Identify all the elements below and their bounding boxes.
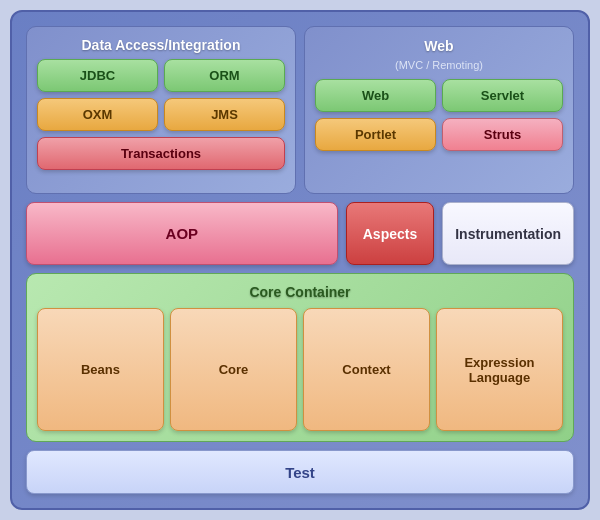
servlet-chip: Servlet — [442, 79, 563, 112]
aspects-chip: Aspects — [346, 202, 434, 265]
aop-row: AOP Aspects Instrumentation — [26, 202, 574, 265]
core-container-box: Core Container Beans Core Context Expres… — [26, 273, 574, 442]
web-box: Web (MVC / Remoting) Web Servlet Portlet… — [304, 26, 574, 194]
main-frame: Data Access/Integration JDBC ORM OXM JMS… — [10, 10, 590, 510]
orm-chip: ORM — [164, 59, 285, 92]
aop-chip: AOP — [26, 202, 338, 265]
data-access-grid: JDBC ORM OXM JMS Transactions — [37, 59, 285, 170]
core-container-title: Core Container — [37, 284, 563, 300]
jdbc-chip: JDBC — [37, 59, 158, 92]
context-chip: Context — [303, 308, 430, 431]
jms-chip: JMS — [164, 98, 285, 131]
web-title-block: Web (MVC / Remoting) — [315, 37, 563, 73]
data-access-title: Data Access/Integration — [37, 37, 285, 53]
instrumentation-chip: Instrumentation — [442, 202, 574, 265]
expression-language-chip: Expression Language — [436, 308, 563, 431]
web-chip: Web — [315, 79, 436, 112]
portlet-chip: Portlet — [315, 118, 436, 151]
web-title: Web — [424, 38, 453, 54]
web-grid: Web Servlet Portlet Struts — [315, 79, 563, 151]
data-access-box: Data Access/Integration JDBC ORM OXM JMS… — [26, 26, 296, 194]
beans-chip: Beans — [37, 308, 164, 431]
test-chip: Test — [26, 450, 574, 494]
struts-chip: Struts — [442, 118, 563, 151]
transactions-chip: Transactions — [37, 137, 285, 170]
oxm-chip: OXM — [37, 98, 158, 131]
core-chip: Core — [170, 308, 297, 431]
web-subtitle: (MVC / Remoting) — [395, 59, 483, 71]
core-grid: Beans Core Context Expression Language — [37, 308, 563, 431]
top-row: Data Access/Integration JDBC ORM OXM JMS… — [26, 26, 574, 194]
